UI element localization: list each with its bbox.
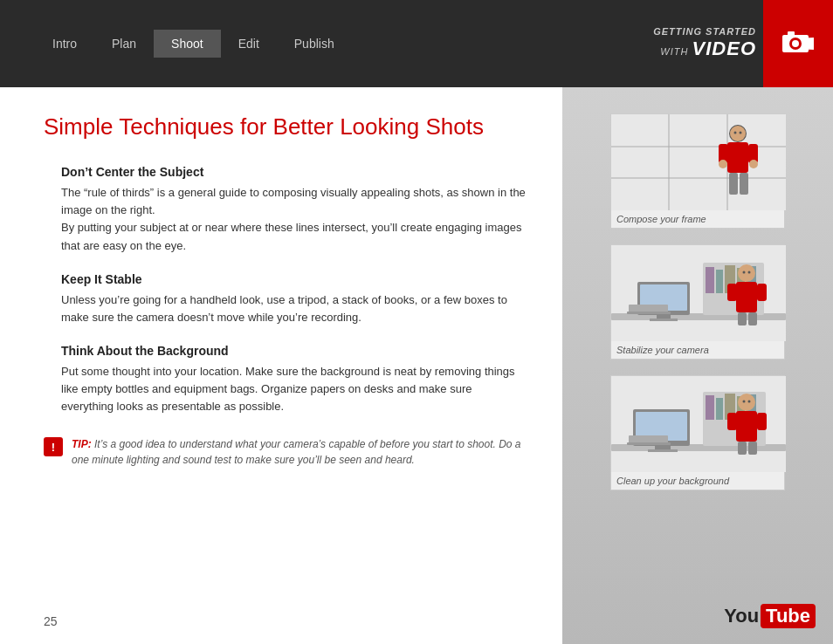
svg-rect-42 — [738, 312, 747, 325]
svg-rect-29 — [627, 312, 671, 314]
header-title-text: GETTING STARTED WITH VIDEO — [653, 26, 763, 61]
svg-rect-43 — [748, 312, 757, 325]
nav-item-intro[interactable]: Intro — [35, 30, 94, 58]
tip-icon: ! — [44, 437, 63, 456]
header-logo: GETTING STARTED WITH VIDEO — [653, 0, 833, 87]
caption-3: Clean up your background — [611, 472, 784, 490]
svg-rect-49 — [648, 449, 678, 452]
sidebar: Compose your frame — [562, 87, 833, 644]
with-video-label: WITH VIDEO — [653, 38, 756, 60]
svg-rect-64 — [738, 442, 747, 455]
nav-item-shoot[interactable]: Shoot — [154, 30, 221, 58]
youtube-tube: Tube — [761, 604, 816, 628]
svg-rect-53 — [706, 395, 714, 420]
youtube-logo: You Tube — [724, 604, 816, 628]
section-heading-2: Keep It Stable — [61, 272, 527, 286]
getting-started-label: GETTING STARTED — [653, 26, 756, 38]
caption-1: Compose your frame — [611, 210, 784, 228]
svg-rect-61 — [736, 411, 757, 442]
nav-bar: Intro Plan Shoot Edit Publish — [0, 30, 653, 58]
svg-rect-39 — [736, 282, 757, 312]
nav-item-publish[interactable]: Publish — [277, 30, 352, 58]
svg-point-60 — [748, 401, 751, 403]
tip-label: TIP: — [72, 438, 92, 450]
section-body-1: The “rule of thirds” is a general guide … — [61, 184, 527, 255]
content-area: Simple Techniques for Better Looking Sho… — [0, 87, 562, 644]
caption-2: Stabilize your camera — [611, 341, 784, 359]
svg-rect-15 — [729, 173, 738, 195]
main-content: Simple Techniques for Better Looking Sho… — [0, 87, 833, 644]
svg-point-21 — [740, 132, 742, 134]
svg-rect-40 — [727, 284, 737, 301]
svg-point-17 — [719, 160, 727, 168]
video-label: VIDEO — [692, 38, 756, 59]
svg-rect-5 — [788, 31, 795, 36]
section-heading-1: Don’t Center the Subject — [61, 165, 527, 179]
svg-point-36 — [738, 264, 755, 282]
svg-rect-31 — [706, 267, 714, 293]
section-keep-stable: Keep It Stable Unless you’re going for a… — [44, 272, 527, 326]
illustration-compose — [611, 114, 786, 210]
svg-rect-6 — [611, 114, 786, 210]
section-body-3: Put some thought into your location. Mak… — [61, 363, 527, 415]
svg-point-38 — [748, 271, 751, 274]
svg-rect-65 — [748, 442, 757, 455]
svg-rect-62 — [727, 413, 737, 430]
svg-rect-51 — [627, 442, 671, 445]
illustration-card-2: Stabilize your camera — [610, 244, 785, 360]
header-camera-box — [763, 0, 833, 87]
header: Intro Plan Shoot Edit Publish GETTING ST… — [0, 0, 833, 87]
illustration-card-1: Compose your frame — [610, 113, 785, 229]
svg-rect-16 — [740, 173, 748, 195]
svg-point-19 — [730, 126, 746, 141]
page-title: Simple Techniques for Better Looking Sho… — [44, 113, 527, 140]
section-body-2: Unless you’re going for a handheld look,… — [61, 291, 527, 326]
illustration-background — [611, 376, 786, 472]
svg-point-58 — [738, 394, 755, 411]
nav-item-edit[interactable]: Edit — [221, 30, 277, 58]
section-heading-3: Think About the Background — [61, 344, 527, 358]
svg-rect-32 — [716, 270, 723, 293]
tip-box: ! TIP: It’s a good idea to understand wh… — [44, 436, 527, 468]
illustration-stabilize — [611, 245, 786, 341]
camera-icon — [779, 24, 817, 63]
nav-item-plan[interactable]: Plan — [94, 30, 154, 58]
svg-rect-63 — [757, 413, 767, 430]
section-dont-center: Don’t Center the Subject The “rule of th… — [44, 165, 527, 255]
tip-text: TIP: It’s a good idea to understand what… — [72, 436, 527, 468]
youtube-you: You — [724, 605, 759, 627]
svg-point-20 — [734, 132, 737, 134]
with-label: WITH — [660, 46, 688, 57]
illustration-card-3: Clean up your background — [610, 375, 785, 490]
svg-rect-27 — [650, 319, 678, 321]
svg-point-59 — [743, 401, 746, 403]
svg-point-2 — [792, 40, 799, 47]
svg-point-18 — [749, 160, 758, 168]
tip-body: It’s a good idea to understand what your… — [72, 438, 521, 466]
svg-rect-12 — [727, 142, 748, 173]
svg-rect-41 — [757, 284, 767, 301]
section-background: Think About the Background Put some thou… — [44, 344, 527, 415]
svg-point-37 — [743, 271, 746, 274]
page-number: 25 — [44, 614, 58, 628]
svg-rect-54 — [716, 398, 723, 420]
